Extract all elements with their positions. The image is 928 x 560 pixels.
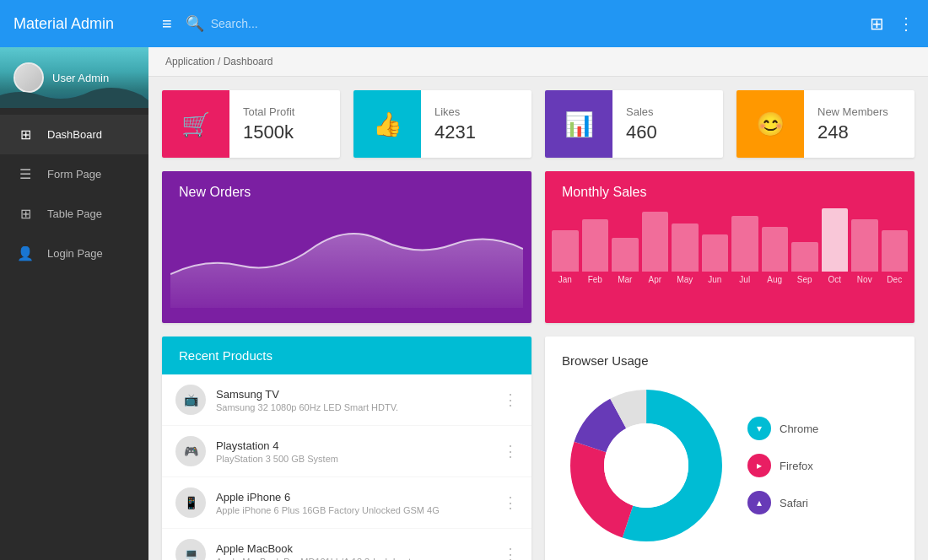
product-more-icon[interactable]: ⋮: [503, 390, 518, 409]
product-info: Samsung TV Samsung 32 1080p 60Hz LED Sma…: [216, 388, 493, 412]
browser-title: Browser Usage: [562, 353, 898, 368]
sales-bar-oct: [822, 208, 849, 272]
sales-bar-feb: [582, 219, 609, 272]
members-info: New Members 248: [804, 95, 902, 153]
sales-bar-label-apr: Apr: [648, 275, 661, 288]
product-desc: Samsung 32 1080p 60Hz LED Smart HDTV.: [216, 402, 493, 412]
product-desc: Apple iPhone 6 Plus 16GB Factory Unlocke…: [216, 505, 493, 515]
browser-card: Browser Usage: [545, 337, 915, 560]
sales-bar-dec: [882, 230, 909, 272]
product-name: Apple iPhone 6: [216, 491, 493, 503]
likes-label: Likes: [434, 105, 476, 118]
members-value: 248: [817, 121, 888, 143]
product-item: 🎮 Playstation 4 PlayStation 3 500 GB Sys…: [162, 426, 531, 477]
legend-item-firefox: ▸ Firefox: [747, 454, 818, 477]
sales-bar-col-sep: Sep: [791, 242, 818, 288]
sales-bar-label-jun: Jun: [708, 275, 721, 288]
login-icon: 👤: [17, 245, 34, 261]
chrome-label: Chrome: [780, 423, 818, 435]
sales-bar-jan: [552, 230, 579, 272]
new-orders-card: New Orders: [162, 171, 531, 323]
product-icon: 🎮: [175, 436, 206, 466]
new-orders-title: New Orders: [162, 171, 531, 207]
safari-dot: ▴: [747, 491, 771, 514]
product-name: Playstation 4: [216, 439, 493, 452]
sidebar-label-form: Form Page: [47, 168, 101, 180]
products-card: Recent Products 📺 Samsung TV Samsung 32 …: [162, 337, 531, 560]
profit-value: 1500k: [243, 121, 294, 143]
profit-label: Total Profit: [243, 105, 294, 118]
sales-bar-col-feb: Feb: [582, 219, 609, 288]
layout: User Admin ⊞ DashBoard ☰ Form Page ⊞ Tab…: [0, 47, 928, 560]
monthly-sales-title: Monthly Sales: [545, 171, 915, 203]
product-more-icon[interactable]: ⋮: [503, 545, 518, 560]
stat-card-likes: 👍 Likes 4231: [353, 90, 531, 158]
sales-bar-col-nov: Nov: [851, 219, 878, 288]
sales-bars: JanFebMarAprMayJunJulAugSepOctNovDec: [545, 203, 915, 288]
product-name: Samsung TV: [216, 388, 493, 401]
sales-bar-label-nov: Nov: [857, 275, 872, 288]
donut-chart: [562, 381, 731, 550]
sidebar-item-form[interactable]: ☰ Form Page: [0, 154, 148, 194]
product-more-icon[interactable]: ⋮: [503, 493, 518, 512]
product-desc: Apple MacBook Pro MD101LL/A 13.3-Inch La…: [216, 557, 493, 561]
product-icon: 📱: [175, 487, 206, 518]
sales-bar-label-oct: Oct: [828, 275, 841, 288]
sales-bar-aug: [762, 227, 789, 272]
breadcrumb: Application / Dashboard: [148, 47, 928, 77]
sales-value: 460: [626, 121, 657, 143]
bottom-row: Recent Products 📺 Samsung TV Samsung 32 …: [162, 337, 915, 560]
members-label: New Members: [817, 105, 888, 118]
sales-bar-mar: [612, 238, 639, 272]
more-icon[interactable]: ⋮: [898, 13, 915, 34]
likes-value: 4231: [434, 121, 476, 143]
sales-label: Sales: [626, 105, 657, 118]
firefox-dot: ▸: [747, 454, 771, 477]
content-area: 🛒 Total Profit 1500k 👍 Likes 4231 📊: [148, 77, 928, 560]
chrome-dot: ▾: [747, 417, 771, 440]
search-input[interactable]: [211, 17, 870, 30]
sales-icon: 📊: [545, 90, 612, 158]
product-more-icon[interactable]: ⋮: [503, 442, 518, 460]
grid-icon[interactable]: ⊞: [870, 13, 884, 34]
menu-icon[interactable]: ≡: [162, 14, 172, 34]
likes-icon: 👍: [353, 90, 421, 158]
product-info: Playstation 4 PlayStation 3 500 GB Syste…: [216, 439, 493, 464]
avatar: [13, 62, 44, 93]
sidebar-nav: ⊞ DashBoard ☰ Form Page ⊞ Table Page 👤 L…: [0, 108, 148, 560]
sidebar-item-table[interactable]: ⊞ Table Page: [0, 194, 148, 234]
sidebar-user: User Admin: [0, 47, 148, 108]
sidebar: User Admin ⊞ DashBoard ☰ Form Page ⊞ Tab…: [0, 47, 148, 560]
sales-bar-col-oct: Oct: [822, 208, 849, 288]
profit-info: Total Profit 1500k: [229, 95, 308, 153]
sales-bar-label-sep: Sep: [797, 275, 812, 288]
browser-legend: ▾ Chrome ▸ Firefox ▴ Safari: [747, 417, 818, 514]
monthly-sales-card: Monthly Sales JanFebMarAprMayJunJulAugSe…: [545, 171, 915, 323]
sidebar-item-dashboard[interactable]: ⊞ DashBoard: [0, 115, 148, 154]
table-icon: ⊞: [17, 206, 34, 222]
topbar: Material Admin ≡ 🔍 ⊞ ⋮: [0, 0, 928, 47]
legend-item-chrome: ▾ Chrome: [747, 417, 818, 440]
sales-bar-sep: [791, 242, 818, 272]
stat-card-members: 😊 New Members 248: [736, 90, 915, 158]
product-item: 📱 Apple iPhone 6 Apple iPhone 6 Plus 16G…: [162, 477, 531, 529]
sales-bar-jun: [702, 234, 729, 272]
sales-bar-col-apr: Apr: [642, 212, 669, 288]
sales-bar-may: [672, 223, 699, 272]
search-icon: 🔍: [186, 14, 204, 33]
browser-content: ▾ Chrome ▸ Firefox ▴ Safari: [562, 381, 898, 550]
product-name: Apple MacBook: [216, 542, 493, 555]
sales-bar-nov: [851, 219, 878, 272]
orders-chart: [162, 207, 531, 308]
sales-bar-label-mar: Mar: [618, 275, 632, 288]
stat-cards: 🛒 Total Profit 1500k 👍 Likes 4231 📊: [162, 90, 915, 158]
sales-bar-col-jul: Jul: [731, 216, 758, 288]
sales-bar-label-feb: Feb: [588, 275, 602, 288]
stat-card-profit: 🛒 Total Profit 1500k: [162, 90, 340, 158]
sidebar-item-login[interactable]: 👤 Login Page: [0, 234, 148, 273]
sales-bar-col-aug: Aug: [762, 227, 789, 288]
sales-bar-label-may: May: [677, 275, 693, 288]
product-item: 📺 Samsung TV Samsung 32 1080p 60Hz LED S…: [162, 374, 531, 426]
likes-info: Likes 4231: [421, 95, 489, 153]
sidebar-label-dashboard: DashBoard: [47, 128, 102, 141]
